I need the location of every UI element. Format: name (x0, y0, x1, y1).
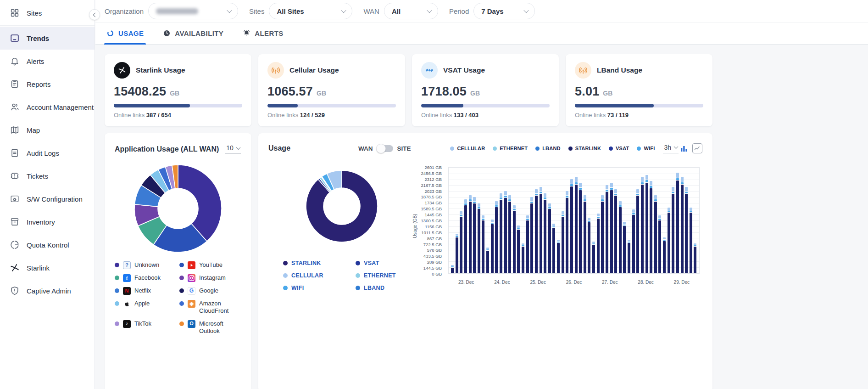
series-legend-item-ethernet[interactable]: ETHERNET (493, 146, 528, 151)
organization-select[interactable] (148, 3, 238, 19)
sidebar-collapse-button[interactable] (89, 9, 100, 20)
usage-bar (530, 168, 533, 273)
tabs-bar: USAGEAVAILABILITYALERTS (95, 22, 868, 45)
wan-legend-item-starlink[interactable]: STARLINK (283, 260, 356, 266)
wan-site-toggle[interactable]: WAN SITE (358, 145, 411, 152)
usage-bar (636, 168, 639, 273)
usage-value: 15408.25 (114, 85, 166, 99)
bar-segment-wifi (645, 180, 648, 182)
sidebar-item-trends[interactable]: Trends (0, 27, 95, 50)
wan-legend-item-cellular[interactable]: CELLULAR (283, 272, 356, 279)
bar-segment-cellular (623, 222, 626, 224)
sidebar-item-label: Sites (27, 9, 42, 17)
bar-segment-wifi (544, 197, 546, 199)
sidebar-item-account-management[interactable]: Account Management (0, 96, 95, 118)
wan-legend-item-wifi[interactable]: WIFI (283, 285, 356, 291)
app-legend-item-tiktok[interactable]: ♪TikTok (115, 320, 177, 335)
sidebar-item-sites[interactable]: Sites (0, 1, 95, 24)
sidebar-item-map[interactable]: Map (0, 118, 95, 141)
bar-segment-starlink (473, 203, 476, 273)
series-legend-item-starlink[interactable]: STARLINK (568, 146, 601, 151)
usage-cards-row: Starlink Usage15408.25GBOnline links 387… (105, 54, 868, 126)
tab-usage[interactable]: USAGE (106, 23, 144, 44)
sites-label: Sites (249, 7, 264, 15)
bar-segment-wifi (579, 188, 582, 190)
bar-segment-cellular (672, 187, 674, 191)
usage-bar (645, 168, 648, 273)
sidebar-item-audit-logs[interactable]: Audit Logs (0, 141, 95, 164)
usage-bar (619, 168, 622, 273)
chevron-down-icon (524, 8, 529, 13)
chevron-down-icon (427, 8, 432, 13)
top-n-select[interactable]: 10 (225, 144, 241, 154)
sidebar-item-reports[interactable]: Reports (0, 73, 95, 96)
legend-dot (179, 301, 184, 306)
sidebar-item-captive-admin[interactable]: Captive Admin (0, 279, 95, 302)
sidebar-item-label: S/W Configuration (27, 195, 83, 203)
bar-segment-cellular (663, 237, 666, 239)
bar-segment-starlink (562, 217, 564, 273)
series-legend-item-vsat[interactable]: VSAT (609, 146, 629, 151)
sidebar-item-label: Inventory (27, 218, 55, 226)
period-select[interactable]: 7 Days (473, 3, 535, 19)
bar-segment-cellular (552, 224, 555, 226)
usage-bar (495, 168, 498, 273)
bar-segment-cellular (601, 195, 604, 199)
app-legend-item-microsoft-outlook[interactable]: OMicrosoft Outlook (179, 320, 241, 335)
legend-dot (115, 301, 119, 306)
series-legend-item-cellular[interactable]: CELLULAR (450, 146, 485, 151)
line-chart-icon[interactable] (692, 143, 702, 153)
series-legend-item-wifi[interactable]: WIFI (637, 146, 655, 151)
legend-dot (115, 321, 119, 326)
sidebar-item-inventory[interactable]: Inventory (0, 210, 95, 233)
legend-label: Amazon CloudFront (199, 300, 241, 315)
y-tick-label: 2601 GB (425, 165, 442, 170)
bar-segment-starlink (623, 226, 626, 273)
bar-segment-wifi (456, 236, 458, 237)
app-legend-item-netflix[interactable]: NNetflix (115, 287, 177, 295)
bar-segment-cellular (482, 215, 484, 218)
usage-bar (668, 168, 670, 273)
sidebar-item-alerts[interactable]: Alerts (0, 50, 95, 73)
sites-select[interactable]: All Sites (269, 3, 352, 19)
sidebar-item-s-w-configuration[interactable]: S/W Configuration (0, 187, 95, 210)
bar-segment-starlink (592, 245, 595, 273)
bar-segment-cellular (456, 234, 458, 236)
legend-dot (115, 263, 119, 267)
app-legend-item-instagram[interactable]: Instagram (179, 274, 241, 282)
app-legend-item-youtube[interactable]: YouTube (179, 261, 241, 269)
online-links-progress (267, 104, 396, 107)
toggle-knob (376, 144, 386, 153)
bar-segment-wifi (658, 219, 661, 220)
bar-segment-cellular (566, 191, 568, 195)
bar-segment-starlink (522, 247, 524, 273)
app-legend-item-apple[interactable]: Apple (115, 300, 177, 315)
usage-panel-body: STARLINKVSATCELLULARETHERNETWIFILBAND Us… (268, 155, 702, 291)
online-links: Online links 387 / 654 (114, 112, 242, 118)
app-legend-item-amazon-cloudfront[interactable]: ◈Amazon CloudFront (179, 300, 241, 315)
application-usage-legend: ?UnknownYouTubefFacebookInstagramNNetfli… (115, 261, 241, 335)
wan-legend-item-lband[interactable]: LBAND (356, 285, 428, 291)
bar-segment-starlink (584, 202, 586, 273)
toggle-wan-label: WAN (358, 145, 373, 152)
usage-bar (464, 168, 467, 273)
sidebar-item-tickets[interactable]: Tickets (0, 164, 95, 187)
tab-availability[interactable]: AVAILABILITY (163, 23, 223, 44)
legend-dot (609, 147, 613, 151)
series-legend-item-lband[interactable]: LBAND (535, 146, 561, 151)
bar-segment-cellular (592, 242, 595, 243)
y-tick-label: 144.5 GB (423, 265, 442, 271)
bar-segment-cellular (685, 187, 688, 191)
tab-alerts[interactable]: ALERTS (243, 23, 283, 44)
app-legend-item-unknown[interactable]: ?Unknown (115, 261, 177, 269)
sidebar-item-quota-kontrol[interactable]: Quota Kontrol (0, 233, 95, 256)
interval-select[interactable]: 3h (663, 144, 679, 153)
wan-select[interactable]: All (384, 3, 438, 19)
bar-segment-wifi (469, 199, 472, 201)
bell-icon (10, 56, 20, 66)
sidebar-item-starlink[interactable]: Starlink (0, 256, 95, 279)
bar-segment-wifi (588, 221, 590, 222)
bar-chart-icon[interactable] (680, 145, 688, 152)
app-legend-item-facebook[interactable]: fFacebook (115, 274, 177, 282)
app-legend-item-google[interactable]: GGoogle (179, 287, 241, 295)
